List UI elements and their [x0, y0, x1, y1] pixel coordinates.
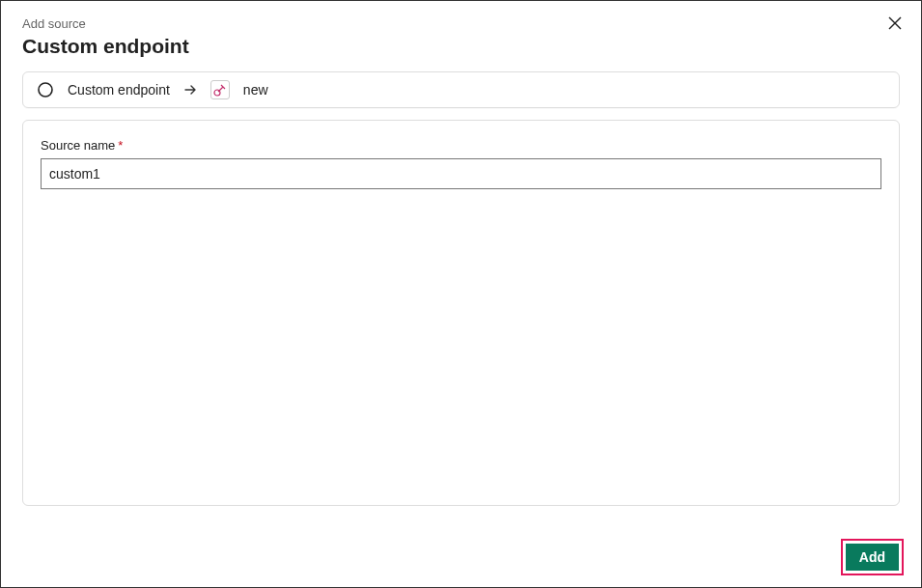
endpoint-type-icon: [210, 80, 230, 99]
breadcrumb: Custom endpoint new: [22, 71, 900, 108]
close-icon[interactable]: [884, 13, 906, 34]
required-indicator: *: [118, 138, 123, 153]
breadcrumb-step2[interactable]: new: [243, 82, 268, 98]
add-button[interactable]: Add: [846, 544, 899, 571]
source-name-label-text: Source name: [41, 138, 115, 153]
context-label: Add source: [22, 16, 900, 31]
source-name-label: Source name *: [41, 138, 881, 153]
page-title: Custom endpoint: [22, 35, 900, 58]
arrow-right-icon: [183, 83, 197, 97]
add-button-highlight: Add: [841, 539, 904, 575]
source-name-input[interactable]: [41, 158, 881, 189]
footer-actions: Add: [841, 539, 904, 575]
breadcrumb-step1[interactable]: Custom endpoint: [68, 82, 170, 98]
svg-point-2: [39, 83, 52, 97]
circle-icon: [37, 81, 54, 98]
form-card: Source name *: [22, 120, 900, 506]
